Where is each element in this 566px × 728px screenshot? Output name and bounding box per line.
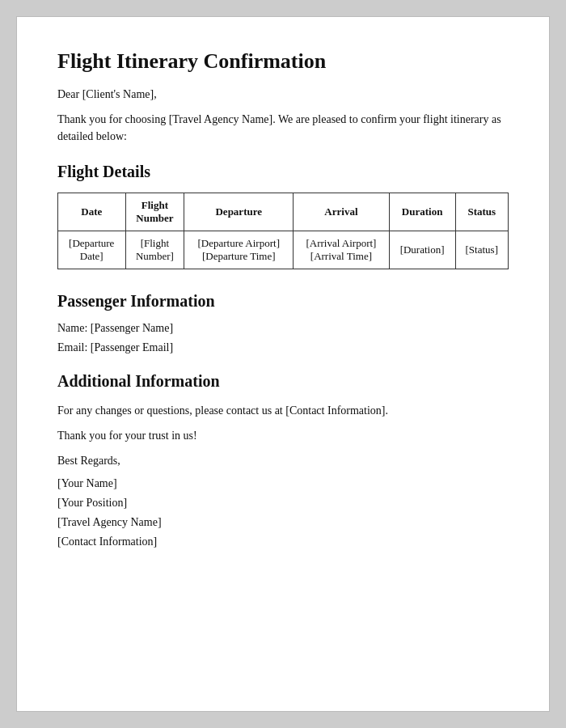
cell-arrival: [Arrival Airport][Arrival Time] [294,231,389,269]
additional-section: For any changes or questions, please con… [57,402,509,469]
cell-status: [Status] [455,231,508,269]
page-title: Flight Itinerary Confirmation [57,49,509,74]
document-page: Flight Itinerary Confirmation Dear [Clie… [16,16,550,712]
additional-info-title: Additional Information [57,372,509,391]
flight-table: Date FlightNumber Departure Arrival Dura… [57,193,509,269]
cell-date: [DepartureDate] [58,231,126,269]
contact-text: For any changes or questions, please con… [57,402,509,419]
thanks-text: Thank you for your trust in us! [57,427,509,444]
greeting: Dear [Client's Name], [57,88,509,101]
col-status: Status [455,193,508,231]
your-position: [Your Position] [57,497,509,510]
table-header-row: Date FlightNumber Departure Arrival Dura… [58,193,509,231]
table-row: [DepartureDate] [FlightNumber] [Departur… [58,231,509,269]
cell-duration: [Duration] [389,231,455,269]
cell-flight-number: [FlightNumber] [125,231,184,269]
col-departure: Departure [184,193,294,231]
col-flight-number: FlightNumber [125,193,184,231]
flight-details-title: Flight Details [57,163,509,181]
cell-departure: [Departure Airport][Departure Time] [184,231,294,269]
signature-block: [Your Name] [Your Position] [Travel Agen… [57,477,509,548]
passenger-info-title: Passenger Information [57,292,509,311]
col-date: Date [58,193,126,231]
passenger-section: Name: [Passenger Name] Email: [Passenger… [57,322,509,354]
intro-text: Thank you for choosing [Travel Agency Na… [57,111,509,145]
col-duration: Duration [389,193,455,231]
your-name: [Your Name] [57,477,509,490]
closing: Best Regards, [57,452,509,469]
contact-info: [Contact Information] [57,535,509,548]
col-arrival: Arrival [294,193,389,231]
passenger-email: Email: [Passenger Email] [57,341,509,354]
agency-name: [Travel Agency Name] [57,516,509,529]
passenger-name: Name: [Passenger Name] [57,322,509,335]
